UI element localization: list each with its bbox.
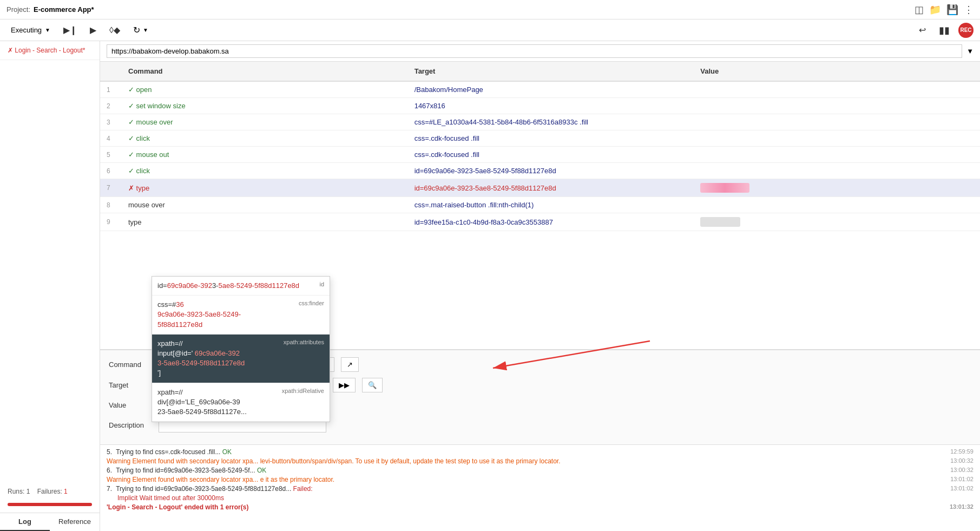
value-2 (694, 98, 980, 114)
toolbar: Executing ▼ ▶❙ ▶ ◊◆ ↻ ▼ ↩ ▮▮ REC (0, 19, 980, 41)
settings-button[interactable]: ↻ ▼ (129, 23, 153, 37)
expand-button[interactable]: ↗ (341, 357, 359, 372)
open-folder-icon[interactable]: 📁 (929, 4, 941, 16)
run-step-button[interactable]: ▶❙ (59, 23, 81, 37)
table-row-selected[interactable]: 7 ✗ type id=69c9a06e-3923-5ae8-5249-5f88… (100, 179, 980, 197)
row-num-3: 3 (100, 114, 122, 130)
log-entry-timeout: Implicit Wait timed out after 30000ms (107, 494, 974, 502)
log-time-w5: 13:00:32 (950, 457, 974, 464)
project-label: Project: (6, 5, 30, 14)
toolbar-left: Executing ▼ ▶❙ ▶ ◊◆ ↻ ▼ (6, 23, 153, 37)
record-button[interactable]: ◊◆ (105, 23, 124, 37)
table-row[interactable]: 1 ✓ open /Babakom/HomePage (100, 82, 980, 98)
col-num (100, 65, 122, 77)
target-5: css=.cdk-focused .fill (408, 147, 694, 162)
target-6: id=69c9a06e-3923-5ae8-5249-5f88d1127e8d (408, 163, 694, 179)
row-num-6: 6 (100, 163, 122, 179)
search-button[interactable]: 🔍 (362, 378, 383, 392)
settings-chevron-icon: ▼ (143, 27, 148, 33)
pause-button[interactable]: ▮▮ (935, 22, 954, 38)
executing-label: Executing (11, 26, 42, 34)
url-dropdown-icon[interactable]: ▼ (966, 47, 974, 55)
log-entry-5: 12:59:59 5. Trying to find css=.cdk-focu… (107, 448, 974, 456)
run-all-button[interactable]: ▶ (85, 23, 101, 37)
dropdown-item-css[interactable]: css=#36 9c9a06e-3923-5ae8-5249- 5f88d112… (152, 296, 330, 335)
tab-log[interactable]: Log (0, 513, 50, 531)
title-bar: Project: E-commerce App* ◫ 📁 💾 ⋮ (0, 0, 980, 19)
runs-value: 1 (27, 488, 30, 495)
settings-icon: ↻ (133, 25, 140, 35)
target-8: css=.mat-raised-button .fill:nth-child(1… (408, 197, 694, 213)
chevron-down-icon: ▼ (45, 27, 50, 33)
table-row[interactable]: 6 ✓ click id=69c9a06e-3923-5ae8-5249-5f8… (100, 163, 980, 179)
col-command: Command (122, 65, 408, 77)
target-1: /Babakom/HomePage (408, 82, 694, 97)
value-9: •••••••• (694, 213, 980, 231)
dropdown-item-xpath-rel[interactable]: xpath=// div[@id='LE_69c9a06e-39 23-5ae8… (152, 383, 330, 422)
log-entry-warning-6: 13:01:02 Warning Element found with seco… (107, 476, 974, 483)
test-name[interactable]: ✗ Login - Search - Logout* (0, 41, 100, 60)
row-num-9: 9 (100, 213, 122, 231)
url-input[interactable] (107, 44, 962, 58)
log-entry-7: 13:01:02 7. Trying to find id=69c9a06e-3… (107, 485, 974, 493)
log-entry-summary: 13:01:32 'Login - Search - Logout' ended… (107, 503, 974, 511)
command-label: Command (109, 360, 152, 369)
cmd-1: ✓ open (122, 82, 408, 97)
cmd-2: ✓ set window size (122, 98, 408, 114)
select-element-button[interactable]: ▶▶ (333, 378, 356, 392)
cmd-5: ✓ mouse out (122, 147, 408, 162)
record-btn[interactable]: REC (958, 23, 974, 38)
table-row[interactable]: 2 ✓ set window size 1467x816 (100, 98, 980, 114)
dropdown-item-xpath-attrs[interactable]: xpath=// input[@id=' 69c9a06e-392 3-5ae8… (152, 335, 330, 383)
value-4 (694, 130, 980, 146)
failures-label: Failures: (37, 488, 62, 495)
log-time-5: 12:59:59 (950, 448, 974, 455)
value-8 (694, 197, 980, 213)
log-time-w6: 13:01:02 (950, 476, 974, 482)
value-3 (694, 114, 980, 130)
cmd-6: ✓ click (122, 163, 408, 179)
more-options-icon[interactable]: ⋮ (964, 4, 974, 16)
progress-bar-bg (8, 503, 92, 506)
back-button[interactable]: ↩ (915, 23, 930, 37)
log-time-7: 13:01:02 (950, 485, 974, 491)
row-num-7: 7 (100, 179, 122, 196)
value-5 (694, 147, 980, 162)
row-num-5: 5 (100, 147, 122, 162)
target-label: Target (109, 381, 152, 389)
log-entry-6: 13:00:32 6. Trying to find id=69c9a06e-3… (107, 467, 974, 474)
target-4: css=.cdk-focused .fill (408, 130, 694, 146)
title-bar-left: Project: E-commerce App* (6, 5, 94, 14)
table-row[interactable]: 8 mouse over css=.mat-raised-button .fil… (100, 197, 980, 213)
row-num-8: 8 (100, 197, 122, 213)
toolbar-right: ↩ ▮▮ REC (915, 22, 974, 38)
title-bar-right: ◫ 📁 💾 ⋮ (915, 4, 974, 16)
log-entry-warning-5: 13:00:32 Warning Element found with seco… (107, 457, 974, 465)
progress-bar-fill (8, 503, 92, 506)
log-time-summary: 13:01:32 (950, 503, 974, 510)
runs-label: Runs: (8, 488, 24, 495)
row-num-1: 1 (100, 82, 122, 97)
description-label: Description (109, 421, 152, 429)
save-icon[interactable]: 💾 (946, 4, 958, 16)
value-6 (694, 163, 980, 179)
target-3: css=#LE_a1030a44-5381-5b84-48b6-6f5316a8… (408, 114, 694, 130)
cmd-9: type (122, 213, 408, 231)
table-row[interactable]: 9 type id=93fee15a-c1c0-4b9d-f8a3-0ca9c3… (100, 213, 980, 231)
target-dropdown[interactable]: id=69c9a06e-3923-5ae8-5249-5f88d1127e8d … (152, 276, 330, 422)
runs-failures: Runs: 1 Failures: 1 (0, 483, 100, 500)
target-2: 1467x816 (408, 98, 694, 114)
dropdown-item-id[interactable]: id=69c9a06e-3923-5ae8-5249-5f88d1127e8d … (152, 277, 330, 296)
tab-reference[interactable]: Reference (50, 513, 100, 531)
table-row[interactable]: 3 ✓ mouse over css=#LE_a1030a44-5381-5b8… (100, 114, 980, 130)
cmd-7: ✗ type (122, 179, 408, 196)
log-area: 12:59:59 5. Trying to find css=.cdk-focu… (100, 444, 980, 531)
table-header: Command Target Value (100, 62, 980, 82)
table-row[interactable]: 4 ✓ click css=.cdk-focused .fill (100, 130, 980, 147)
target-9: id=93fee15a-c1c0-4b9d-f8a3-0ca9c3553887 (408, 213, 694, 231)
target-7: id=69c9a06e-3923-5ae8-5249-5f88d1127e8d (408, 179, 694, 196)
executing-dropdown[interactable]: Executing ▼ (6, 24, 55, 36)
new-file-icon[interactable]: ◫ (915, 4, 924, 16)
table-row[interactable]: 5 ✓ mouse out css=.cdk-focused .fill (100, 147, 980, 163)
cmd-8: mouse over (122, 197, 408, 213)
